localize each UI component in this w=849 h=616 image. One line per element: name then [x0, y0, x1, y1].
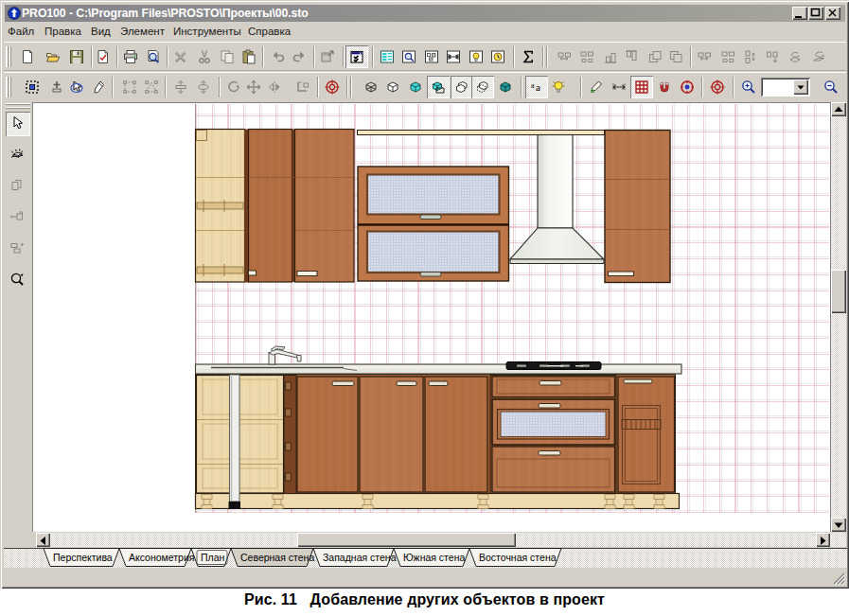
svg-text:a: a	[531, 81, 535, 90]
svg-text:a: a	[536, 81, 540, 93]
svg-text:Южная стена: Южная стена	[403, 552, 465, 563]
svg-text:План: План	[201, 552, 225, 563]
svg-text:Западная стена: Западная стена	[323, 552, 397, 563]
svg-text:Перспектива: Перспектива	[53, 552, 113, 563]
svg-text:Аксонометрия: Аксонометрия	[129, 552, 194, 563]
svg-text:Восточная стена: Восточная стена	[479, 552, 557, 563]
svg-text:Северная стена: Северная стена	[240, 552, 314, 563]
